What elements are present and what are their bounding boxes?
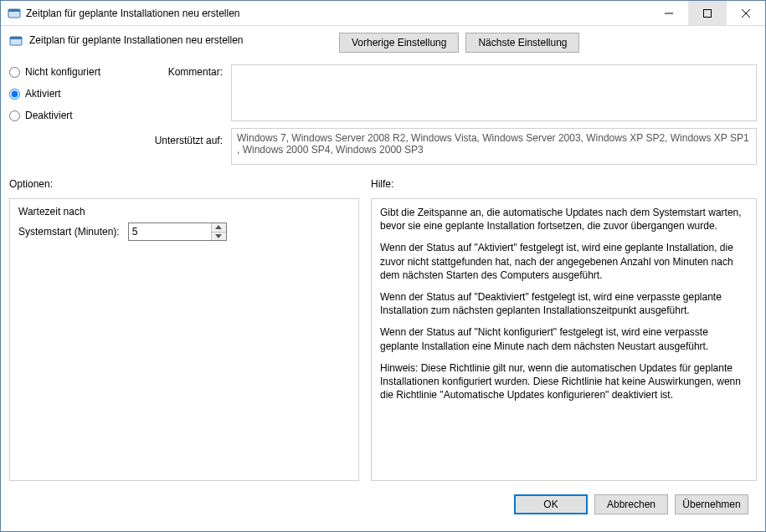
radio-not-configured-label: Nicht konfiguriert (25, 66, 100, 78)
spinner-buttons (211, 223, 226, 240)
policy-dialog: Zeitplan für geplante Installationen neu… (0, 0, 766, 532)
config-row: Nicht konfiguriert Aktiviert Deaktiviert… (9, 64, 757, 165)
supported-on-label: Unterstützt auf: (143, 135, 223, 146)
comment-label: Kommentar: (143, 66, 223, 78)
subheader-row: Zeitplan für geplante Installationen neu… (9, 33, 757, 53)
options-header: Optionen: (9, 178, 359, 190)
close-button[interactable] (727, 1, 765, 25)
help-paragraph: Hinweis: Diese Richtlinie gilt nur, wenn… (380, 361, 748, 402)
svg-rect-1 (8, 9, 20, 12)
titlebar: Zeitplan für geplante Installationen neu… (1, 1, 765, 26)
radio-disabled-input[interactable] (9, 110, 20, 121)
svg-rect-2 (704, 9, 712, 17)
cancel-button[interactable]: Abbrechen (594, 494, 668, 514)
supported-on-textarea[interactable] (231, 128, 757, 165)
help-paragraph: Wenn der Status auf "Deaktiviert" festge… (380, 290, 748, 317)
radio-enabled[interactable]: Aktiviert (9, 88, 135, 100)
split-headers: Optionen: Hilfe: (9, 178, 757, 190)
previous-setting-button[interactable]: Vorherige Einstellung (339, 33, 459, 53)
comment-textarea[interactable] (231, 64, 757, 121)
svg-rect-4 (10, 37, 22, 39)
radio-not-configured[interactable]: Nicht konfiguriert (9, 66, 135, 78)
help-header: Hilfe: (371, 178, 757, 190)
split-body: Wartezeit nach Systemstart (Minuten): (9, 198, 757, 481)
radio-not-configured-input[interactable] (9, 67, 20, 78)
ok-button[interactable]: OK (514, 494, 588, 514)
wait-label-line1: Wartezeit nach (18, 206, 350, 217)
wait-minutes-input[interactable] (129, 223, 211, 240)
radio-disabled[interactable]: Deaktiviert (9, 110, 135, 121)
window-title: Zeitplan für geplante Installationen neu… (26, 8, 650, 19)
radio-enabled-label: Aktiviert (25, 88, 61, 100)
help-paragraph: Wenn der Status auf "Nicht konfiguriert"… (380, 325, 748, 352)
app-icon (8, 7, 21, 20)
policy-icon (9, 34, 23, 48)
options-panel: Wartezeit nach Systemstart (Minuten): (9, 198, 359, 481)
apply-button[interactable]: Übernehmen (675, 494, 748, 514)
radio-enabled-input[interactable] (9, 89, 20, 100)
subheader-title: Zeitplan für geplante Installationen neu… (29, 33, 332, 46)
wait-minutes-spinner[interactable] (128, 223, 227, 241)
state-radio-group: Nicht konfiguriert Aktiviert Deaktiviert (9, 64, 135, 165)
radio-disabled-label: Deaktiviert (25, 110, 73, 121)
dialog-content: Zeitplan für geplante Installationen neu… (1, 26, 765, 531)
wait-label-line2: Systemstart (Minuten): (18, 226, 120, 238)
spinner-down-button[interactable] (212, 233, 226, 241)
next-setting-button[interactable]: Nächste Einstellung (465, 33, 579, 53)
field-labels-column: Kommentar: Unterstützt auf: (143, 64, 223, 165)
nav-buttons: Vorherige Einstellung Nächste Einstellun… (339, 33, 579, 53)
spinner-up-button[interactable] (212, 223, 226, 233)
fields-column (231, 64, 757, 165)
minimize-button[interactable] (650, 1, 688, 25)
maximize-button[interactable] (688, 1, 727, 25)
window-controls (650, 1, 765, 25)
help-paragraph: Wenn der Status auf "Aktiviert" festgele… (380, 241, 748, 282)
help-panel[interactable]: Gibt die Zeitspanne an, die automatische… (371, 198, 757, 481)
dialog-footer: OK Abbrechen Übernehmen (9, 486, 757, 523)
help-paragraph: Gibt die Zeitspanne an, die automatische… (380, 206, 748, 233)
wait-row: Systemstart (Minuten): (18, 223, 350, 241)
